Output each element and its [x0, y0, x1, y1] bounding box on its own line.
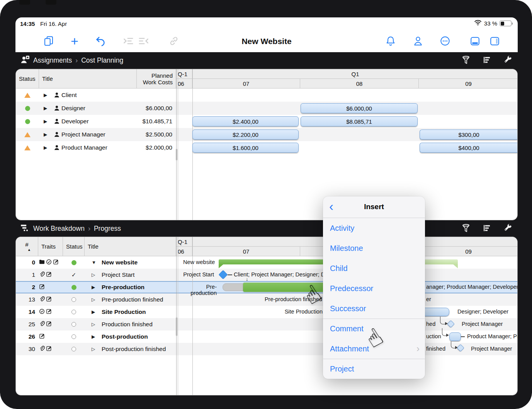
task-num: 1: [16, 269, 35, 281]
disclosure-triangle[interactable]: ▶: [92, 331, 95, 343]
summary-bar-right-point: [453, 264, 458, 268]
col-header-status[interactable]: Status: [16, 69, 39, 89]
table-chart-divider[interactable]: [176, 69, 177, 220]
col-header-title[interactable]: Title: [39, 69, 137, 89]
col-header-traits[interactable]: Traits: [38, 237, 63, 256]
outdent-button[interactable]: [136, 33, 151, 49]
cost-bar-designer-08[interactable]: $6.000,00: [301, 103, 418, 113]
traits-cell: [39, 343, 52, 355]
outline-view-icon[interactable]: [482, 223, 491, 234]
disclosure-triangle[interactable]: ▶: [44, 128, 47, 141]
outline-view-icon[interactable]: [482, 55, 491, 66]
bottom-panel-toggle[interactable]: [467, 33, 483, 49]
cost-bar-product-manager-09[interactable]: $400,00: [420, 143, 518, 153]
cost-bar-product-manager-07[interactable]: $1.600,00: [192, 143, 299, 153]
menu-item-project[interactable]: Project: [323, 359, 425, 379]
status-cell: [63, 269, 85, 281]
pencil-icon: [46, 271, 52, 279]
resource-title: Developer: [61, 115, 89, 128]
documents-button[interactable]: [41, 33, 56, 49]
menu-item-predecessor[interactable]: Predecessor: [323, 278, 425, 298]
traits-cell: [39, 293, 52, 306]
settings-wrench-icon[interactable]: [503, 55, 512, 66]
resources-button[interactable]: [410, 33, 426, 49]
undo-button[interactable]: [93, 33, 108, 49]
col-header-status[interactable]: Status: [63, 237, 85, 256]
cost-bar-developer-08[interactable]: $8.085,71: [301, 116, 418, 126]
disclosure-triangle[interactable]: ▶: [44, 141, 47, 154]
disclosure-triangle[interactable]: ▶: [92, 306, 95, 318]
status-cell: [63, 306, 85, 318]
menu-item-milestone[interactable]: Milestone: [323, 238, 425, 258]
paperclip-icon: [39, 346, 45, 353]
resource-row-designer[interactable]: ▶ Designer $6.000,00: [16, 102, 517, 115]
status-cell: [63, 282, 85, 293]
disclosure-triangle[interactable]: ▷: [92, 269, 95, 281]
table-chart-divider[interactable]: [176, 237, 177, 395]
status-cell: [63, 293, 85, 306]
undo-icon: [95, 35, 106, 47]
traits-cell: [39, 331, 45, 343]
resource-row-client[interactable]: ▶ Client: [16, 89, 517, 102]
pane2-header: Work Breakdown › Progress: [15, 220, 518, 237]
task-title: Post-production finished: [102, 343, 166, 355]
toolbar: + New Website: [15, 30, 518, 52]
battery-icon: [500, 20, 512, 26]
pane2-section: Work Breakdown: [33, 225, 85, 233]
pane2-breadcrumb[interactable]: Work Breakdown › Progress: [20, 220, 121, 237]
disclosure-triangle[interactable]: ▷: [92, 343, 95, 355]
notifications-button[interactable]: [383, 33, 398, 49]
disclosure-triangle[interactable]: ▶: [44, 115, 47, 128]
gantt-label-post-production-finished-tail: finished: [426, 346, 445, 352]
pencil-icon: [39, 284, 45, 291]
disclosure-triangle[interactable]: ▶: [44, 89, 47, 102]
bar-site-production[interactable]: [422, 308, 449, 316]
col-header-planned-costs[interactable]: PlannedWork Costs: [137, 69, 176, 89]
task-title: Pre-production finished: [102, 293, 163, 306]
cost-bar-developer-07[interactable]: $2.400,00: [192, 116, 299, 126]
menu-item-child[interactable]: Child: [323, 258, 425, 278]
gantt-resources-production-finished: Project Manager: [462, 321, 503, 327]
filter-icon[interactable]: [461, 55, 471, 66]
filter-icon[interactable]: [461, 223, 471, 234]
disclosure-triangle[interactable]: ▶: [92, 282, 95, 293]
resource-icon: [54, 102, 60, 115]
task-num: 25: [16, 318, 35, 331]
cost-bar-project-manager-07[interactable]: $2.200,00: [192, 130, 299, 140]
scroll-indicator[interactable]: [176, 149, 177, 160]
right-panel-toggle[interactable]: [487, 33, 502, 49]
insert-menu-title: Insert: [323, 203, 425, 211]
cost-planning-table: Status Title PlannedWork Costs Q-1 Q1 06…: [15, 69, 518, 220]
add-button[interactable]: +: [67, 33, 82, 49]
pencil-icon: [46, 308, 52, 316]
menu-item-activity[interactable]: Activity: [323, 218, 425, 238]
documents-icon: [43, 35, 54, 47]
clock-icon: [39, 308, 45, 316]
settings-wrench-icon[interactable]: [503, 223, 512, 234]
disclosure-triangle[interactable]: ▼: [92, 256, 96, 269]
disclosure-triangle[interactable]: ▶: [44, 102, 47, 115]
resource-icon: [54, 141, 60, 154]
disclosure-triangle[interactable]: ▷: [92, 318, 95, 331]
col-header-title[interactable]: Title: [85, 237, 176, 256]
dependency-link[interactable]: [440, 317, 445, 324]
menu-item-successor[interactable]: Successor: [323, 298, 425, 319]
task-title: Production finished: [102, 318, 153, 331]
more-button[interactable]: [437, 33, 453, 49]
status-cell: [16, 115, 39, 128]
wifi-icon: [474, 20, 482, 27]
disclosure-triangle[interactable]: ▷: [92, 293, 95, 306]
pane1-header: Assignments › Cost Planning: [15, 52, 518, 69]
link-button[interactable]: [166, 33, 182, 49]
pane1-breadcrumb[interactable]: Assignments › Cost Planning: [20, 52, 123, 69]
cost-bar-project-manager-09[interactable]: $300,00: [420, 130, 518, 140]
table-chart-divider-2: [178, 69, 178, 220]
planned-cost: [118, 89, 172, 102]
indent-button[interactable]: [121, 33, 136, 49]
task-title: Pre-production: [102, 282, 144, 293]
scroll-indicator[interactable]: [176, 317, 177, 336]
ellipsis-circle-icon: [440, 36, 450, 46]
gantt-label-post-production-tail: uction: [426, 333, 441, 339]
bar-post-production[interactable]: [449, 332, 461, 341]
col-header-num[interactable]: #▲: [16, 237, 38, 256]
